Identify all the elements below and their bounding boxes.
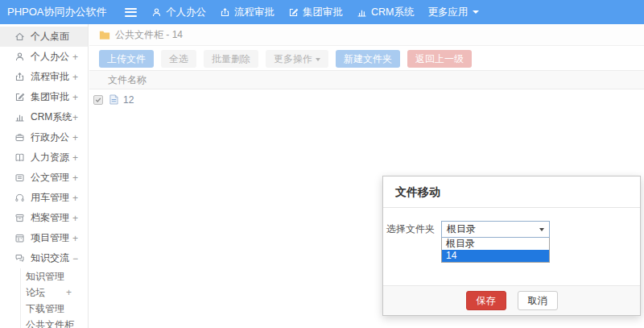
sidebar-item-personal-desktop[interactable]: 个人桌面 (0, 27, 88, 47)
row-checkbox-checked[interactable] (93, 95, 103, 105)
expand-plus-icon[interactable]: + (72, 213, 78, 224)
file-icon (109, 94, 118, 105)
app-window: PHPOA协同办公软件 个人办公 流程审批 集团审批 CRM系统 更多应用 (0, 0, 644, 328)
knowledge-exchange-submenu: 知识管理 论坛 + 下载管理 公共文件柜 (20, 268, 88, 328)
home-icon (14, 31, 25, 42)
nav-workflow-approval[interactable]: 流程审批 (220, 6, 275, 19)
book-icon (14, 152, 25, 163)
expand-plus-icon[interactable]: + (72, 172, 78, 184)
sidebar-subitem-label: 下载管理 (26, 302, 72, 316)
sidebar-subitem-public-file-cabinet[interactable]: 公共文件柜 (21, 317, 88, 328)
check-icon (95, 97, 101, 103)
archive-icon (14, 213, 25, 223)
new-folder-button[interactable]: 新建文件夹 (336, 50, 400, 68)
user-icon (14, 52, 25, 62)
sidebar-subitem-label: 论坛 (26, 286, 66, 300)
bar-chart-icon (14, 112, 25, 122)
caret-down-icon (316, 58, 320, 61)
sidebar-item-personal-office[interactable]: 个人办公 + (0, 47, 88, 67)
expand-plus-icon[interactable]: + (66, 287, 72, 298)
folder-icon (99, 30, 110, 39)
document-icon (14, 172, 25, 183)
hamburger-menu-icon[interactable] (122, 2, 140, 22)
sidebar-item-archive-mgmt[interactable]: 档案管理 + (0, 208, 88, 228)
nav-label: 个人办公 (166, 6, 206, 19)
sidebar-subitem-download-mgmt[interactable]: 下载管理 (21, 301, 88, 317)
file-name[interactable]: 12 (123, 94, 134, 106)
sidebar-item-label: 项目管理 (31, 231, 72, 245)
dialog-footer: 保存 取消 (383, 285, 640, 315)
expand-plus-icon[interactable]: + (72, 233, 78, 244)
batch-delete-button[interactable]: 批量删除 (204, 50, 258, 68)
nav-label: CRM系统 (371, 6, 414, 19)
sidebar-item-label: 知识交流 (31, 251, 72, 265)
folder-select[interactable]: 根目录 (441, 221, 550, 238)
more-actions-button[interactable]: 更多操作 (266, 50, 328, 68)
expand-plus-icon[interactable]: + (72, 92, 78, 103)
top-bar: PHPOA协同办公软件 个人办公 流程审批 集团审批 CRM系统 更多应用 (0, 0, 644, 24)
sidebar-item-project-mgmt[interactable]: 项目管理 + (0, 228, 88, 248)
sidebar-item-workflow-approval[interactable]: 流程审批 + (0, 67, 88, 87)
nav-more-apps[interactable]: 更多应用 (427, 6, 479, 19)
dropdown-option-14[interactable]: 14 (442, 250, 549, 262)
breadcrumb: 公共文件柜 - 14 (89, 24, 644, 46)
file-name-column-header: 文件名称 (108, 74, 147, 85)
sidebar-item-label: 公文管理 (31, 171, 72, 185)
back-up-level-button[interactable]: 返回上一级 (407, 50, 472, 68)
bar-chart-icon (357, 7, 367, 18)
file-table-row[interactable]: 12 (89, 89, 644, 110)
sidebar-subitem-knowledge-mgmt[interactable]: 知识管理 (21, 268, 88, 284)
folder-select-wrapper: 根目录 根目录 14 (441, 221, 550, 238)
nav-crm-system[interactable]: CRM系统 (357, 6, 414, 19)
folder-select-dropdown: 根目录 14 (441, 238, 550, 263)
sidebar-item-label: 流程审批 (31, 70, 72, 84)
collapse-minus-icon[interactable]: − (72, 253, 78, 264)
nav-label: 流程审批 (234, 6, 275, 19)
sidebar-item-label: 个人办公 (31, 50, 72, 64)
cancel-button[interactable]: 取消 (518, 291, 558, 310)
upload-icon (220, 7, 230, 18)
save-button[interactable]: 保存 (466, 291, 506, 310)
project-board-icon (14, 233, 25, 243)
sidebar-subitem-forum[interactable]: 论坛 + (21, 284, 88, 301)
sidebar-item-label: 集团审批 (31, 90, 72, 104)
sidebar-item-vehicle-mgmt[interactable]: 用车管理 + (0, 188, 88, 208)
caret-down-icon (473, 10, 479, 14)
expand-plus-icon[interactable]: + (72, 193, 78, 204)
nav-label: 集团审批 (303, 6, 343, 19)
upload-icon (14, 72, 25, 82)
sidebar-item-label: 个人桌面 (31, 30, 78, 44)
app-logo: PHPOA协同办公软件 (0, 5, 114, 19)
nav-personal-office[interactable]: 个人办公 (151, 6, 206, 19)
sidebar-item-group-approval[interactable]: 集团审批 + (0, 87, 88, 107)
sidebar-item-crm[interactable]: CRM系统 + (0, 107, 88, 127)
sidebar-item-label: 行政办公 (31, 131, 72, 144)
sidebar-item-label: 档案管理 (31, 211, 72, 225)
sidebar-item-knowledge-exchange[interactable]: 知识交流 − (0, 248, 88, 268)
expand-plus-icon[interactable]: + (72, 112, 78, 123)
breadcrumb-text: 公共文件柜 - 14 (115, 28, 183, 42)
upload-file-button[interactable]: 上传文件 (99, 50, 154, 68)
sidebar-item-label: 用车管理 (31, 191, 72, 205)
select-all-button[interactable]: 全选 (161, 50, 196, 68)
nav-group-approval[interactable]: 集团审批 (288, 6, 343, 19)
sidebar-item-document-mgmt[interactable]: 公文管理 + (0, 168, 88, 188)
dropdown-option-root[interactable]: 根目录 (442, 238, 549, 250)
edit-icon (14, 92, 25, 102)
user-icon (151, 7, 162, 18)
sidebar-item-label: 人力资源 (31, 151, 72, 164)
expand-plus-icon[interactable]: + (72, 132, 78, 143)
chat-bubbles-icon (14, 253, 25, 264)
file-table-header: 文件名称 (89, 70, 644, 89)
expand-plus-icon[interactable]: + (72, 72, 78, 83)
sidebar: 个人桌面 个人办公 + 流程审批 + 集团审批 + CRM系统 + 行政办公 + (0, 24, 89, 328)
sidebar-item-hr[interactable]: 人力资源 + (0, 147, 88, 168)
dialog-title: 文件移动 (383, 176, 640, 208)
expand-plus-icon[interactable]: + (72, 52, 78, 63)
folder-select-row: 选择文件夹 根目录 根目录 14 (383, 221, 640, 238)
edit-icon (288, 7, 299, 18)
expand-plus-icon[interactable]: + (72, 152, 78, 164)
sidebar-item-admin-office[interactable]: 行政办公 + (0, 127, 88, 147)
file-toolbar: 上传文件 全选 批量删除 更多操作 新建文件夹 返回上一级 (89, 46, 644, 70)
top-nav: 个人办公 流程审批 集团审批 CRM系统 更多应用 (151, 6, 493, 19)
